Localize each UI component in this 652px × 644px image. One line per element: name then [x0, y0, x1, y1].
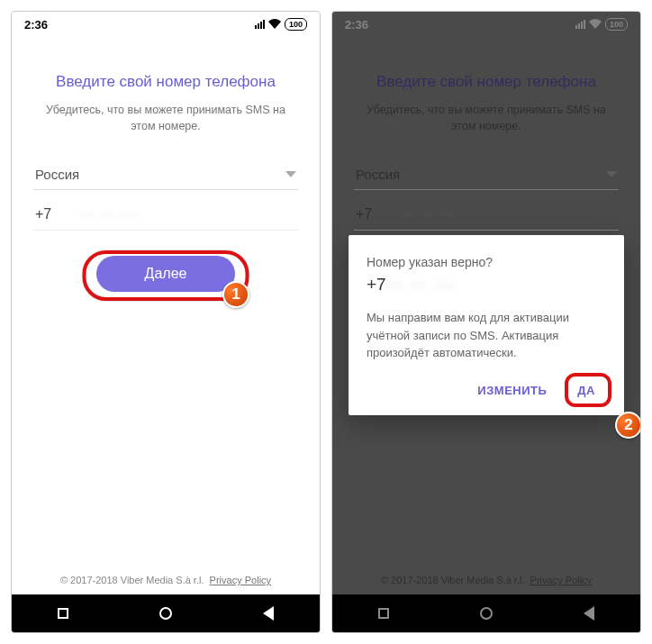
change-button[interactable]: ИЗМЕНИТЬ — [466, 376, 557, 404]
country-select[interactable]: Россия — [33, 159, 298, 190]
confirm-dialog: Номер указан верно? +7 ··· ··· ···· Мы н… — [349, 235, 624, 415]
phone-number-input[interactable]: ··· ··· ···· — [80, 206, 139, 222]
dialog-question: Номер указан верно? — [367, 255, 606, 269]
dialog-body: Мы направим вам код для активации учётно… — [367, 309, 606, 362]
next-button-container: Далее 1 — [33, 256, 298, 292]
phone-screenshot-left: 2:36 100 Введите свой номер телефона Убе… — [11, 11, 321, 633]
recent-apps-icon[interactable] — [58, 608, 68, 619]
android-navbar — [12, 594, 320, 632]
back-icon[interactable] — [263, 606, 274, 621]
phone-input-row[interactable]: +7 ··· ··· ···· — [33, 199, 298, 231]
chevron-down-icon — [285, 171, 296, 177]
country-value: Россия — [35, 167, 79, 182]
page-title: Введите свой номер телефона — [33, 73, 298, 91]
step-badge-2: 2 — [615, 412, 641, 439]
annotation-highlight-2 — [565, 373, 611, 407]
status-time: 2:36 — [24, 18, 48, 32]
status-bar: 2:36 100 — [12, 12, 320, 37]
signup-content: Введите свой номер телефона Убедитесь, ч… — [12, 37, 320, 594]
dialog-actions: ИЗМЕНИТЬ ДА — [367, 376, 606, 404]
dialog-code: +7 — [367, 275, 386, 295]
battery-icon: 100 — [285, 18, 307, 31]
dialog-phone-number: +7 ··· ··· ···· — [367, 275, 606, 295]
dial-code: +7 — [35, 206, 64, 222]
step-badge-1: 1 — [222, 281, 249, 308]
signal-icon — [255, 20, 265, 29]
dialog-number-obscured: ··· ··· ···· — [388, 275, 456, 295]
phone-screenshot-right: 2:36 100 Введите свой номер телефона Убе… — [331, 11, 641, 633]
home-icon[interactable] — [159, 607, 172, 620]
privacy-link[interactable]: Privacy Policy — [210, 575, 271, 585]
page-subtitle: Убедитесь, что вы можете принимать SMS н… — [33, 102, 298, 134]
footer: © 2017-2018 Viber Media S.à r.l. Privacy… — [12, 575, 320, 585]
copyright-text: © 2017-2018 Viber Media S.à r.l. — [60, 575, 204, 585]
status-icons: 100 — [255, 18, 307, 32]
wifi-icon — [268, 18, 281, 32]
